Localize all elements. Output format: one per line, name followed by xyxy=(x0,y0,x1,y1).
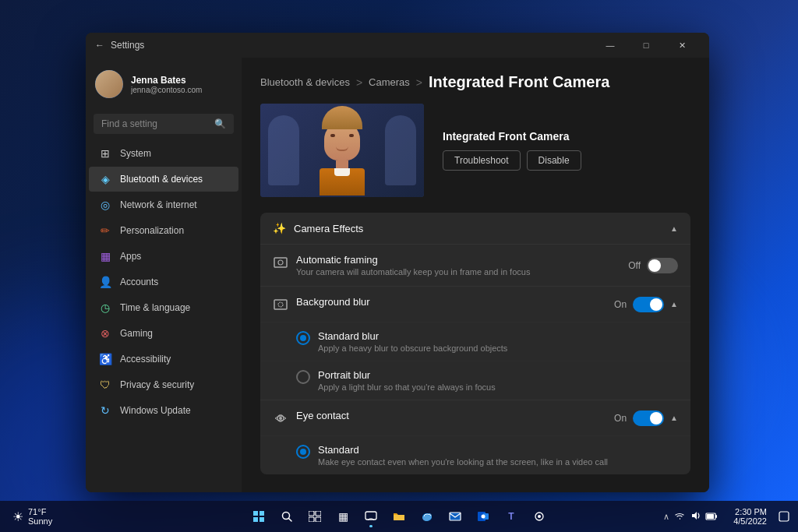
svg-rect-2 xyxy=(274,300,287,309)
background-blur-right: On ▲ xyxy=(614,297,678,312)
camera-effects-card: ✨ Camera Effects ▲ xyxy=(260,213,690,474)
taskbar-settings-tray-button[interactable] xyxy=(527,504,552,529)
sidebar: Jenna Bates jenna@contoso.com 🔍 ⊞ System xyxy=(86,58,242,492)
taskbar-chat-button[interactable] xyxy=(358,504,383,529)
disable-button[interactable]: Disable xyxy=(527,150,581,171)
troubleshoot-button[interactable]: Troubleshoot xyxy=(443,150,521,171)
taskbar-right: ∧ xyxy=(657,504,792,529)
sidebar-item-bluetooth[interactable]: ◈ Bluetooth & devices xyxy=(89,167,238,192)
taskbar-search-button[interactable] xyxy=(274,504,299,529)
user-profile[interactable]: Jenna Bates jenna@contoso.com xyxy=(86,58,242,111)
taskbar-explorer-button[interactable] xyxy=(387,504,411,529)
taskbar-mail-button[interactable] xyxy=(443,504,468,529)
automatic-framing-thumb xyxy=(648,259,661,272)
portrait-blur-radio[interactable] xyxy=(296,370,310,384)
weather-temp: 71°F xyxy=(28,507,52,516)
breadcrumb-current: Integrated Front Camera xyxy=(429,73,609,91)
svg-rect-6 xyxy=(253,511,258,516)
person-neck xyxy=(336,160,348,168)
sidebar-item-update[interactable]: ↻ Windows Update xyxy=(89,398,238,423)
sidebar-item-personalization[interactable]: ✏ Personalization xyxy=(89,218,238,243)
sidebar-item-gaming[interactable]: ⊗ Gaming xyxy=(89,321,238,346)
personalization-icon: ✏ xyxy=(98,224,112,238)
search-input[interactable] xyxy=(101,118,210,129)
avatar xyxy=(95,70,123,98)
background-blur-chevron[interactable]: ▲ xyxy=(670,300,678,308)
eye-contact-right: On ▲ xyxy=(614,410,678,426)
sidebar-item-bluetooth-label: Bluetooth & devices xyxy=(120,174,203,185)
breadcrumb-sep-2: > xyxy=(416,76,422,89)
maximize-button[interactable]: □ xyxy=(628,33,664,58)
avatar-image xyxy=(95,70,123,98)
taskbar-widgets-button[interactable]: ▦ xyxy=(330,504,355,529)
minimize-button[interactable]: — xyxy=(592,33,628,58)
eye-contact-row: Eye contact On ▲ xyxy=(260,400,690,435)
sidebar-item-privacy[interactable]: 🛡 Privacy & security xyxy=(89,372,238,397)
standard-blur-title: Standard blur xyxy=(318,330,678,342)
taskbar-date-value: 4/5/2022 xyxy=(733,516,767,526)
camera-preview xyxy=(260,104,424,197)
taskbar-edge-button[interactable] xyxy=(415,504,440,529)
bluetooth-icon: ◈ xyxy=(98,172,112,186)
taskbar-wifi-icon[interactable] xyxy=(674,511,685,523)
search-box[interactable]: 🔍 xyxy=(94,114,234,134)
svg-point-1 xyxy=(278,260,283,265)
bg-person-left xyxy=(268,115,299,185)
title-bar: ← Settings — □ ✕ xyxy=(86,33,709,58)
svg-point-21 xyxy=(482,515,486,519)
apps-icon: ▦ xyxy=(98,249,112,263)
sidebar-item-network[interactable]: ◎ Network & internet xyxy=(89,192,238,217)
automatic-framing-row: Automatic framing Your camera will autom… xyxy=(260,244,690,286)
sidebar-item-system[interactable]: ⊞ System xyxy=(89,141,238,166)
sidebar-item-personalization-label: Personalization xyxy=(120,225,184,236)
breadcrumb-cameras[interactable]: Cameras xyxy=(369,76,410,88)
eye-contact-chevron[interactable]: ▲ xyxy=(670,414,678,422)
camera-section: Integrated Front Camera Troubleshoot Dis… xyxy=(260,104,690,197)
taskbar-taskview-button[interactable] xyxy=(302,504,327,529)
weather-desc: Sunny xyxy=(28,516,52,526)
taskbar-notification-button[interactable] xyxy=(776,504,792,529)
taskbar-outlook-button[interactable] xyxy=(471,504,496,529)
taskbar-weather[interactable]: ☀ 71°F Sunny xyxy=(6,507,58,526)
eye-contact-toggle[interactable] xyxy=(633,410,664,426)
sidebar-item-apps[interactable]: ▦ Apps xyxy=(89,244,238,269)
sidebar-item-time[interactable]: ◷ Time & language xyxy=(89,295,238,320)
standard-blur-radio[interactable] xyxy=(296,331,310,345)
sidebar-item-accounts-label: Accounts xyxy=(120,277,158,287)
taskbar-teams-button[interactable]: T xyxy=(499,504,524,529)
camera-info: Integrated Front Camera Troubleshoot Dis… xyxy=(443,130,690,171)
breadcrumb-bluetooth[interactable]: Bluetooth & devices xyxy=(260,76,350,88)
camera-effects-chevron: ▲ xyxy=(670,224,678,233)
taskbar-chevron-icon[interactable]: ∧ xyxy=(663,512,669,522)
content-area: Bluetooth & devices > Cameras > Integrat… xyxy=(242,58,709,492)
eye-contact-standard-text: Standard Make eye contact even when you'… xyxy=(318,444,678,467)
network-icon: ◎ xyxy=(98,198,112,212)
bg-person-right xyxy=(385,115,416,185)
close-button[interactable]: ✕ xyxy=(664,33,700,58)
svg-rect-9 xyxy=(260,517,264,522)
taskbar-windows-button[interactable] xyxy=(246,504,271,529)
sidebar-item-accessibility[interactable]: ♿ Accessibility xyxy=(89,347,238,372)
taskbar-battery-icon[interactable] xyxy=(705,511,718,523)
eye-contact-standard-radio[interactable] xyxy=(296,445,310,459)
portrait-blur-item: Portrait blur Apply a light blur so that… xyxy=(260,361,690,400)
person-body xyxy=(320,168,365,196)
automatic-framing-toggle[interactable] xyxy=(647,258,678,273)
weather-icon: ☀ xyxy=(12,509,23,524)
back-icon[interactable]: ← xyxy=(95,40,104,51)
taskbar-datetime[interactable]: 2:30 PM 4/5/2022 xyxy=(727,507,773,526)
camera-effects-header[interactable]: ✨ Camera Effects ▲ xyxy=(260,213,690,244)
automatic-framing-state: Off xyxy=(628,260,641,271)
taskbar-volume-icon[interactable] xyxy=(690,511,701,523)
background-blur-thumb xyxy=(650,298,662,311)
background-blur-text: Background blur xyxy=(296,296,370,308)
weather-info: 71°F Sunny xyxy=(28,507,52,526)
sidebar-item-accounts[interactable]: 👤 Accounts xyxy=(89,270,238,294)
settings-body: Jenna Bates jenna@contoso.com 🔍 ⊞ System xyxy=(86,58,709,492)
background-blur-toggle[interactable] xyxy=(633,297,664,312)
eye-contact-thumb xyxy=(650,412,662,425)
svg-rect-25 xyxy=(707,514,714,519)
svg-rect-26 xyxy=(715,515,717,518)
privacy-icon: 🛡 xyxy=(98,378,112,392)
sidebar-item-time-label: Time & language xyxy=(120,302,190,313)
